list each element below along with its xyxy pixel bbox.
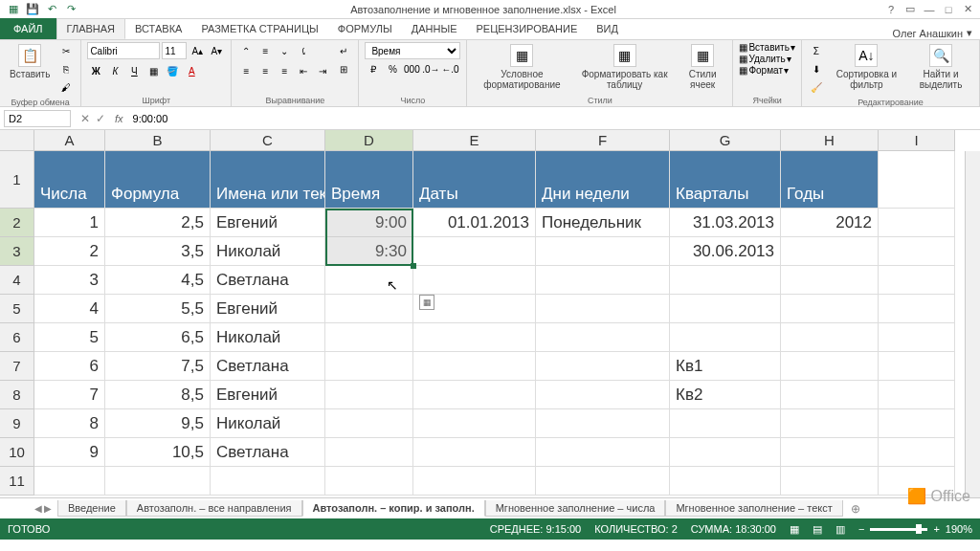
zoom-control[interactable]: − + 190% [858, 523, 972, 535]
select-all-corner[interactable] [0, 130, 34, 151]
cell-E3[interactable] [413, 237, 536, 266]
ribbon-toggle-icon[interactable]: ▭ [902, 2, 919, 17]
row-header-3[interactable]: 3 [0, 237, 34, 266]
add-sheet-button[interactable]: ⊕ [843, 502, 868, 516]
cell-G3[interactable]: 30.06.2013 [670, 237, 781, 266]
cell-E8[interactable] [413, 381, 536, 409]
clear-icon[interactable]: 🧹 [808, 78, 825, 96]
cell-B9[interactable]: 9,5 [105, 409, 211, 438]
inc-decimal-icon[interactable]: .0→ [422, 60, 439, 77]
underline-icon[interactable]: Ч [125, 62, 143, 79]
font-name-select[interactable] [87, 42, 160, 59]
cell-B11[interactable] [105, 467, 211, 496]
autosum-icon[interactable]: Σ [808, 42, 825, 59]
align-right-icon[interactable]: ≡ [276, 62, 293, 79]
format-table-button[interactable]: ▦ Форматировать как таблицу [575, 42, 675, 92]
indent-dec-icon[interactable]: ⇤ [295, 62, 312, 79]
cell-I7[interactable] [879, 352, 955, 381]
font-size-select[interactable] [162, 42, 187, 59]
shrink-font-icon[interactable]: A▾ [208, 42, 225, 59]
col-header-C[interactable]: C [211, 130, 325, 151]
cell-A10[interactable]: 9 [34, 438, 105, 467]
cell-H10[interactable] [781, 438, 879, 467]
cell-E10[interactable] [413, 438, 536, 467]
sheet-tab-2[interactable]: Автозаполн. – копир. и заполн. [302, 500, 485, 517]
format-cells-button[interactable]: ▦ Формат ▾ [739, 65, 794, 76]
fx-icon[interactable]: fx [111, 113, 127, 124]
cell-B10[interactable]: 10,5 [105, 438, 211, 467]
tab-home[interactable]: ГЛАВНАЯ [56, 18, 125, 39]
row-header-1[interactable]: 1 [0, 151, 34, 209]
redo-icon[interactable]: ↷ [63, 2, 78, 17]
tab-review[interactable]: РЕЦЕНЗИРОВАНИЕ [466, 18, 587, 39]
format-painter-icon[interactable]: 🖌 [57, 78, 75, 96]
cell-G1[interactable]: Кварталы [670, 151, 781, 209]
bold-icon[interactable]: Ж [87, 62, 104, 79]
cell-H4[interactable] [781, 266, 879, 295]
cell-G5[interactable] [670, 295, 781, 323]
cell-H6[interactable] [781, 323, 879, 352]
wrap-text-icon[interactable]: ↵ [335, 42, 352, 59]
cell-D1[interactable]: Время [325, 151, 413, 209]
cell-E7[interactable] [413, 352, 536, 381]
cell-F8[interactable] [536, 381, 670, 409]
row-header-9[interactable]: 9 [0, 409, 34, 438]
cell-C9[interactable]: Николай [211, 409, 325, 438]
cell-H9[interactable] [781, 409, 879, 438]
cell-H1[interactable]: Годы [781, 151, 879, 209]
align-center-icon[interactable]: ≡ [256, 62, 274, 79]
cell-G7[interactable]: Кв1 [670, 352, 781, 381]
cell-C7[interactable]: Светлана [211, 352, 325, 381]
orientation-icon[interactable]: ⤹ [295, 42, 312, 59]
cell-D2[interactable]: 9:00 [325, 209, 413, 237]
cell-F9[interactable] [536, 409, 670, 438]
paste-button[interactable]: 📋 Вставить [6, 42, 54, 81]
col-header-H[interactable]: H [781, 130, 879, 151]
tab-view[interactable]: ВИД [587, 18, 628, 39]
cell-E4[interactable] [413, 266, 536, 295]
save-icon[interactable]: 💾 [25, 2, 40, 17]
align-left-icon[interactable]: ≡ [237, 62, 255, 79]
sort-filter-button[interactable]: A↓ Сортировка и фильтр [829, 42, 904, 92]
cell-A7[interactable]: 6 [34, 352, 105, 381]
cell-C8[interactable]: Евгений [211, 381, 325, 409]
zoom-out-icon[interactable]: − [858, 523, 864, 535]
sheet-next-icon[interactable]: ▶ [44, 503, 52, 514]
row-header-6[interactable]: 6 [0, 323, 34, 352]
cell-B3[interactable]: 3,5 [105, 237, 211, 266]
cell-I10[interactable] [879, 438, 955, 467]
cell-A9[interactable]: 8 [34, 409, 105, 438]
view-normal-icon[interactable]: ▦ [790, 523, 799, 536]
cell-D11[interactable] [325, 467, 413, 496]
align-bottom-icon[interactable]: ⌄ [276, 42, 293, 59]
cell-F3[interactable] [536, 237, 670, 266]
number-format-select[interactable]: Время [365, 42, 460, 59]
zoom-value[interactable]: 190% [946, 523, 972, 535]
cell-G11[interactable] [670, 467, 781, 496]
cell-D3[interactable]: 9:30 [325, 237, 413, 266]
cell-G9[interactable] [670, 409, 781, 438]
delete-cells-button[interactable]: ▦ Удалить ▾ [739, 54, 794, 64]
col-header-I[interactable]: I [879, 130, 955, 151]
insert-cells-button[interactable]: ▦ Вставить ▾ [739, 42, 794, 53]
fill-icon[interactable]: ⬇ [808, 60, 825, 77]
col-header-G[interactable]: G [670, 130, 781, 151]
cell-E9[interactable] [413, 409, 536, 438]
row-header-7[interactable]: 7 [0, 352, 34, 381]
cell-F11[interactable] [536, 467, 670, 496]
cell-A1[interactable]: Числа [34, 151, 105, 209]
cell-C1[interactable]: Имена или текст [211, 151, 325, 209]
minimize-icon[interactable]: ― [921, 2, 938, 17]
cell-D5[interactable] [325, 295, 413, 323]
cell-A3[interactable]: 2 [34, 237, 105, 266]
cell-H11[interactable] [781, 467, 879, 496]
cell-G6[interactable] [670, 323, 781, 352]
sheet-tab-4[interactable]: Мгновенное заполнение – текст [665, 500, 842, 517]
row-header-4[interactable]: 4 [0, 266, 34, 295]
cut-icon[interactable]: ✂ [57, 42, 75, 59]
cell-E2[interactable]: 01.01.2013 [413, 209, 536, 237]
view-page-icon[interactable]: ▤ [813, 523, 822, 536]
cell-G8[interactable]: Кв2 [670, 381, 781, 409]
close-icon[interactable]: ✕ [959, 2, 976, 17]
tab-formulas[interactable]: ФОРМУЛЫ [328, 18, 402, 39]
